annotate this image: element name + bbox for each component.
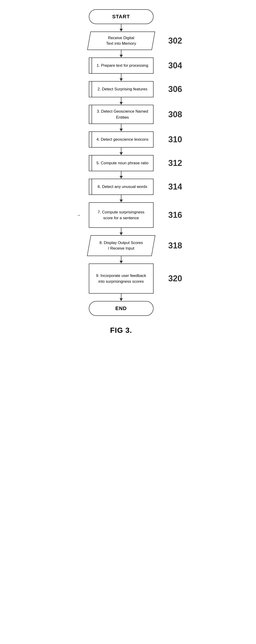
end-node: END — [89, 301, 153, 316]
label-320: 320 — [168, 274, 187, 284]
arrow-8 — [82, 228, 160, 235]
fig-label-row: FIG 3. — [24, 320, 232, 335]
arrow-7 — [82, 195, 160, 202]
connector-10 — [24, 294, 232, 301]
connector-2 — [24, 74, 232, 81]
connector-6 — [24, 171, 232, 179]
node-316: 7. Compute surprisingness score for a se… — [89, 202, 153, 228]
node-312-row: 5. Compute noun phrase ratio 312 — [24, 155, 232, 171]
label-314: 314 — [168, 182, 187, 192]
arrowhead-5 — [120, 152, 123, 155]
node-314-text: 6. Detect any unusual words — [96, 184, 149, 190]
node-306-row: 2. Detect Surprising features 306 — [24, 81, 232, 97]
flowchart-container: START Receive DigitalText into Memory 30… — [24, 9, 232, 335]
start-row: START — [24, 9, 232, 24]
arrowhead-10 — [120, 298, 123, 301]
node-312-text: 5. Compute noun phrase ratio — [96, 160, 149, 166]
node-304-row: 1. Prepare text for processing 304 — [24, 58, 232, 74]
node-304-text: 1. Prepare text for processing — [96, 62, 149, 68]
arrowhead-7 — [120, 200, 123, 202]
node-310-row: 4. Detect geoscience lexicons 310 — [24, 132, 232, 148]
arrow-10 — [82, 294, 160, 301]
arrow-0 — [82, 24, 160, 32]
node-318-row: 8. Display Output Scores/ Receive Input … — [24, 235, 232, 256]
connector-3 — [24, 97, 232, 105]
start-node: START — [89, 9, 153, 24]
label-310: 310 — [168, 135, 187, 144]
arrow-9 — [82, 256, 160, 264]
arrow-6 — [82, 171, 160, 179]
node-314-row: 6. Detect any unusual words 314 — [24, 179, 232, 195]
node-310: 4. Detect geoscience lexicons — [89, 132, 153, 148]
arrowhead-8 — [120, 232, 123, 235]
connector-4 — [24, 124, 232, 132]
connector-7 — [24, 195, 232, 202]
node-306-text: 2. Detect Surprising features — [96, 86, 149, 92]
node-320-row: 9. Incorporate user feedback into surpri… — [24, 264, 232, 294]
connector-5 — [24, 148, 232, 155]
label-308: 308 — [168, 110, 187, 119]
node-302-text: Receive DigitalText into Memory — [103, 34, 139, 47]
feedback-arrow-indicator: → — [76, 212, 81, 218]
arrowhead-6 — [120, 176, 123, 179]
fig-label: FIG 3. — [110, 326, 132, 335]
connector-0 — [24, 24, 232, 32]
arrowhead-0 — [120, 29, 123, 32]
node-302-row: Receive DigitalText into Memory 302 — [24, 32, 232, 50]
node-320-text: 9. Incorporate user feedback into surpri… — [93, 273, 149, 284]
arrowhead-4 — [120, 128, 123, 132]
arrow-1 — [82, 50, 160, 58]
node-318-text: 8. Display Output Scores/ Receive Input — [96, 239, 145, 252]
node-306: 2. Detect Surprising features — [89, 81, 153, 97]
node-320: 9. Incorporate user feedback into surpri… — [89, 264, 153, 294]
label-318: 318 — [168, 241, 187, 250]
connector-9 — [24, 256, 232, 264]
node-316-text: 7. Compute surprisingness score for a se… — [93, 209, 149, 221]
arrowhead-3 — [120, 102, 123, 105]
node-302: Receive DigitalText into Memory — [87, 32, 155, 50]
arrowhead-1 — [120, 55, 123, 58]
connector-8 — [24, 228, 232, 235]
end-label: END — [115, 306, 127, 312]
node-308-row: 3. Detect Geoscience Named Entities 308 — [24, 105, 232, 124]
arrowhead-2 — [120, 78, 123, 81]
node-308-text: 3. Detect Geoscience Named Entities — [96, 108, 149, 120]
node-314: 6. Detect any unusual words — [89, 179, 153, 195]
connector-1 — [24, 50, 232, 58]
arrow-2 — [82, 74, 160, 81]
arrow-5 — [82, 148, 160, 155]
arrow-3 — [82, 97, 160, 105]
label-304: 304 — [168, 61, 187, 70]
label-312: 312 — [168, 158, 187, 168]
node-310-text: 4. Detect geoscience lexicons — [96, 136, 149, 142]
node-304: 1. Prepare text for processing — [89, 58, 153, 74]
label-316: 316 — [168, 210, 187, 220]
arrow-4 — [82, 124, 160, 132]
node-308: 3. Detect Geoscience Named Entities — [89, 105, 153, 124]
node-316-row: → 7. Compute surprisingness score for a … — [24, 202, 232, 228]
node-312: 5. Compute noun phrase ratio — [89, 155, 153, 171]
end-row: END — [24, 301, 232, 316]
arrowhead-9 — [120, 261, 123, 264]
node-318: 8. Display Output Scores/ Receive Input — [87, 235, 155, 256]
label-302: 302 — [168, 36, 187, 46]
label-306: 306 — [168, 84, 187, 94]
start-label: START — [112, 14, 130, 20]
